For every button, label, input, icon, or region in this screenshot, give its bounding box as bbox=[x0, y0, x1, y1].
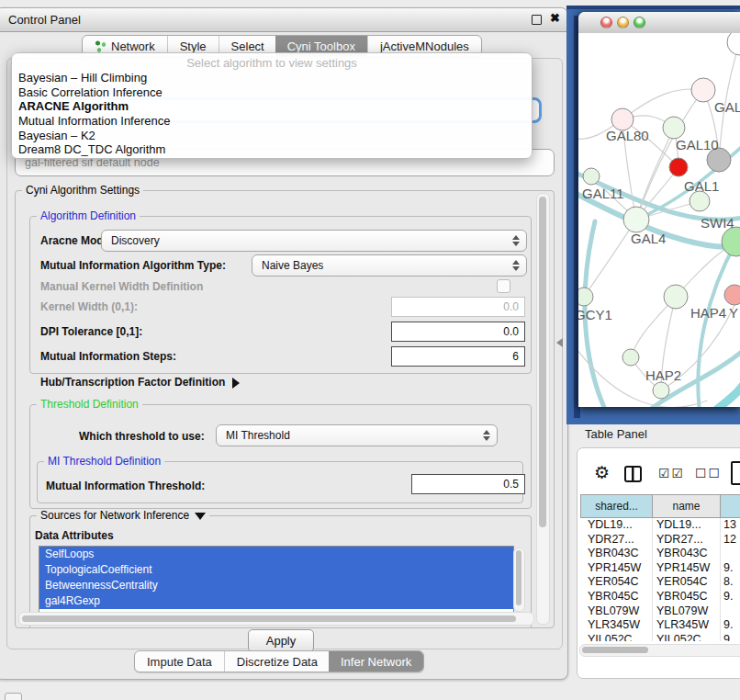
algorithm-option-mutual-information-inference[interactable]: Mutual Information Inference bbox=[12, 114, 532, 129]
attribute-item-gal4rgexp[interactable]: gal4RGexp bbox=[39, 593, 513, 609]
column-header-partial[interactable]: A bbox=[721, 494, 740, 518]
attribute-item-topologicalcoefficient[interactable]: TopologicalCoefficient bbox=[39, 562, 513, 578]
sources-title-text: Sources for Network Inference bbox=[40, 509, 189, 522]
network-edge[interactable] bbox=[714, 371, 740, 407]
hub-definition-expander[interactable]: Hub/Transcription Factor Definition bbox=[40, 376, 240, 389]
table-cell: YBR045C bbox=[653, 590, 721, 604]
table-cell bbox=[721, 604, 740, 619]
expander-right-icon bbox=[232, 378, 240, 389]
table-row[interactable]: YLR345WYLR345W9. bbox=[580, 618, 740, 633]
tab-discretize-data[interactable]: Discretize Data bbox=[224, 651, 330, 672]
network-node-swi4[interactable] bbox=[722, 227, 740, 256]
tab-infer-network[interactable]: Infer Network bbox=[329, 651, 423, 672]
algorithm-option-bayesian-hill-climbing[interactable]: Bayesian – Hill Climbing bbox=[12, 71, 532, 85]
table-cell: YPR145W bbox=[580, 561, 653, 576]
table-panel-title: Table Panel bbox=[585, 427, 647, 441]
network-node-label: GAL80 bbox=[606, 128, 649, 143]
table-cell bbox=[721, 547, 740, 561]
algorithm-option-basic-correlation-inference[interactable]: Basic Correlation Inference bbox=[12, 85, 532, 100]
which-threshold-combobox[interactable]: MI Threshold bbox=[216, 424, 498, 446]
mi-steps-field[interactable]: 6 bbox=[391, 346, 525, 367]
manual-kernel-checkbox[interactable] bbox=[497, 279, 510, 293]
aracne-mode-combobox[interactable]: Discovery bbox=[101, 230, 527, 252]
attribute-item-selfloops[interactable]: SelfLoops bbox=[39, 547, 513, 562]
table-row[interactable]: YDR27...YDR27...12 bbox=[580, 533, 740, 548]
table-row[interactable]: YIL052CYIL052C9 bbox=[580, 633, 740, 641]
minimize-traffic-light[interactable] bbox=[617, 17, 629, 28]
network-canvas[interactable]: GAL80GALGAL10GAL11GAL1GAL4SWI4GCY1HAP4YH… bbox=[578, 33, 740, 407]
network-node-gal1[interactable] bbox=[690, 191, 710, 211]
close-icon[interactable]: ✖ bbox=[550, 11, 560, 25]
control-panel-title: Control Panel bbox=[8, 13, 81, 27]
file-icon[interactable] bbox=[731, 461, 740, 485]
column-header-name[interactable]: name bbox=[653, 494, 721, 518]
mi-type-value: Naive Bayes bbox=[262, 259, 323, 272]
network-node-gal[interactable] bbox=[691, 78, 715, 102]
network-node-hap2[interactable] bbox=[622, 349, 639, 366]
attribute-item-betweennesscentrality[interactable]: BetweennessCentrality bbox=[39, 578, 513, 593]
table-row[interactable]: YDL19...YDL19...13 bbox=[580, 518, 740, 533]
network-node[interactable] bbox=[653, 382, 669, 399]
column-header-shared-name[interactable]: shared... bbox=[580, 494, 653, 518]
table-panel: ⚙ ☑☑ ☐☐ shared... name A YDL19...YDL19..… bbox=[577, 447, 740, 679]
data-attributes-list[interactable]: SelfLoopsTopologicalCoefficientBetweenne… bbox=[39, 546, 514, 613]
network-node[interactable] bbox=[727, 33, 740, 55]
column-layout-icon[interactable] bbox=[624, 466, 642, 482]
network-edge[interactable] bbox=[578, 345, 707, 407]
table-cell: YBR043C bbox=[653, 547, 721, 561]
network-node-label: HAP2 bbox=[645, 367, 681, 383]
network-node-hap4[interactable] bbox=[664, 285, 688, 309]
float-window-icon[interactable] bbox=[532, 15, 542, 25]
settings-gear-icon[interactable]: ⚙ bbox=[594, 464, 610, 481]
tab-impute-data[interactable]: Impute Data bbox=[135, 651, 224, 672]
algorithm-option-dream8-dc-tdc-algorithm[interactable]: Dream8 DC_TDC Algorithm bbox=[12, 142, 532, 157]
select-all-checkboxes-icon[interactable]: ☑☑ bbox=[658, 466, 685, 480]
table-cell: YBL079W bbox=[580, 604, 653, 619]
mi-type-combobox[interactable]: Naive Bayes bbox=[252, 254, 527, 277]
network-node-gcy1[interactable] bbox=[578, 288, 593, 306]
table-row[interactable]: YER054CYER054C8. bbox=[580, 575, 740, 590]
mi-threshold-label: Mutual Information Threshold: bbox=[46, 480, 205, 492]
algorithm-popup-hint: Select algorithm to view settings bbox=[12, 55, 532, 71]
attributes-scrollbar[interactable] bbox=[513, 548, 525, 612]
network-node-gal10[interactable] bbox=[663, 117, 685, 139]
table-row[interactable]: YBR045CYBR045C9. bbox=[580, 590, 740, 604]
network-node-gal11[interactable] bbox=[583, 168, 600, 185]
table-row[interactable]: YBR043CYBR043C bbox=[580, 547, 740, 561]
kernel-width-value: 0.0 bbox=[503, 300, 519, 313]
network-node-label: Y bbox=[729, 305, 738, 321]
dpi-tolerance-field[interactable]: 0.0 bbox=[391, 322, 525, 342]
which-threshold-label: Which threshold to use: bbox=[79, 430, 205, 443]
sources-group-title[interactable]: Sources for Network Inference bbox=[37, 509, 209, 522]
stepper-arrows-icon bbox=[512, 259, 521, 272]
network-edge[interactable] bbox=[622, 89, 703, 119]
settings-vertical-scrollbar[interactable] bbox=[536, 193, 550, 625]
mi-threshold-field[interactable]: 0.5 bbox=[411, 474, 525, 494]
zoom-traffic-light[interactable] bbox=[633, 17, 645, 28]
network-node-gal4[interactable] bbox=[623, 207, 649, 232]
screenshot-root: Control Panel ✖ NetworkStyleSelectCyni T… bbox=[0, 0, 740, 700]
network-node-y[interactable] bbox=[724, 285, 740, 305]
tab-label: Select bbox=[231, 40, 264, 53]
table-body[interactable]: YDL19...YDL19...13YDR27...YDR27...12YBR0… bbox=[580, 518, 740, 641]
table-row[interactable]: YBL079WYBL079W bbox=[580, 604, 740, 619]
node-table: shared... name A YDL19...YDL19...13YDR27… bbox=[580, 494, 740, 641]
table-cell: YBR043C bbox=[580, 547, 653, 561]
table-cell: YDL19... bbox=[580, 518, 653, 533]
apply-button[interactable]: Apply bbox=[248, 629, 314, 652]
panel-splitter-arrow[interactable] bbox=[556, 338, 563, 347]
algorithm-definition-title: Algorithm Definition bbox=[37, 209, 140, 222]
kernel-width-label: Kernel Width (0,1): bbox=[40, 300, 138, 313]
tab-label: Style bbox=[180, 40, 207, 53]
kernel-width-field[interactable]: 0.0 bbox=[391, 297, 525, 317]
table-row[interactable]: YPR145WYPR145W9. bbox=[580, 561, 740, 576]
algorithm-option-aracne-algorithm[interactable]: ARACNE Algorithm bbox=[12, 99, 532, 114]
network-node[interactable] bbox=[669, 158, 688, 176]
deselect-checkboxes-icon[interactable]: ☐☐ bbox=[695, 466, 722, 480]
close-traffic-light[interactable] bbox=[600, 17, 612, 28]
table-horizontal-scrollbar[interactable] bbox=[579, 644, 740, 657]
table-cell: 9. bbox=[721, 590, 740, 604]
settings-horizontal-scrollbar[interactable] bbox=[18, 612, 534, 626]
algorithm-option-bayesian-k2[interactable]: Bayesian – K2 bbox=[12, 129, 532, 143]
minimized-panel-icon[interactable] bbox=[5, 693, 22, 700]
